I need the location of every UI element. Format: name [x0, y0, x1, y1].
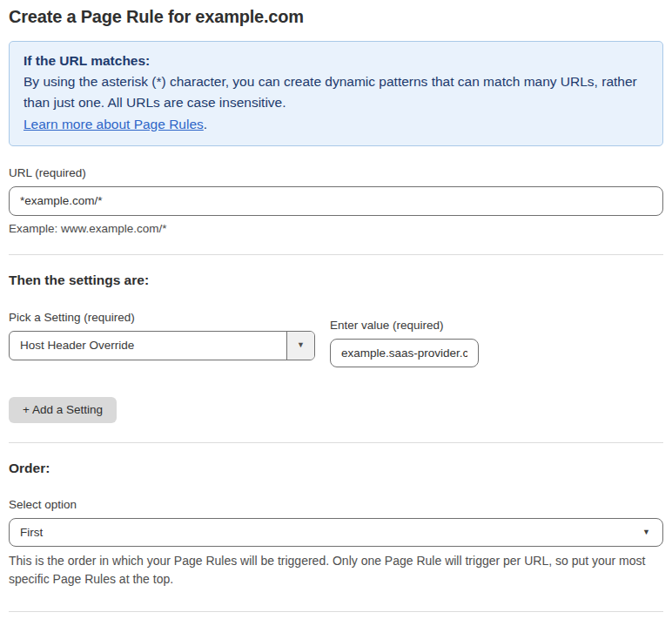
- order-section-heading: Order:: [9, 461, 663, 476]
- divider: [9, 442, 663, 443]
- chevron-down-icon: ▼: [642, 528, 650, 536]
- pick-setting-label: Pick a Setting (required): [9, 311, 315, 324]
- order-select-label: Select option: [9, 498, 663, 511]
- order-help-text: This is the order in which your Page Rul…: [9, 552, 653, 589]
- setting-value-input[interactable]: [330, 339, 479, 367]
- url-input[interactable]: [9, 186, 663, 216]
- pick-setting-select[interactable]: Host Header Override ▼: [9, 331, 315, 360]
- pick-setting-arrow-button[interactable]: ▼: [286, 332, 314, 360]
- enter-value-column: Enter value (required): [330, 319, 479, 367]
- url-field-label: URL (required): [9, 166, 663, 179]
- order-select[interactable]: First ▼: [9, 518, 663, 547]
- pick-setting-column: Pick a Setting (required) Host Header Ov…: [9, 311, 315, 367]
- info-box-heading: If the URL matches:: [24, 50, 648, 71]
- enter-value-label: Enter value (required): [330, 319, 479, 332]
- divider: [9, 611, 663, 612]
- settings-section-heading: Then the settings are:: [9, 272, 663, 288]
- divider: [9, 254, 663, 255]
- create-page-rule-form: Create a Page Rule for example.com If th…: [0, 0, 672, 619]
- link-suffix-period: .: [204, 117, 207, 131]
- order-selected-value: First: [10, 526, 43, 539]
- info-box-body: By using the asterisk (*) character, you…: [24, 71, 648, 113]
- page-title: Create a Page Rule for example.com: [9, 7, 663, 27]
- chevron-down-icon: ▼: [297, 341, 305, 349]
- learn-more-page-rules-link[interactable]: Learn more about Page Rules: [24, 117, 204, 131]
- url-matches-info-box: If the URL matches: By using the asteris…: [9, 41, 663, 146]
- pick-setting-selected-value: Host Header Override: [10, 339, 134, 352]
- settings-row: Pick a Setting (required) Host Header Ov…: [9, 311, 663, 367]
- url-example-text: Example: www.example.com/*: [9, 222, 663, 235]
- add-setting-button[interactable]: + Add a Setting: [9, 397, 117, 423]
- info-box-link-line: Learn more about Page Rules.: [24, 114, 648, 135]
